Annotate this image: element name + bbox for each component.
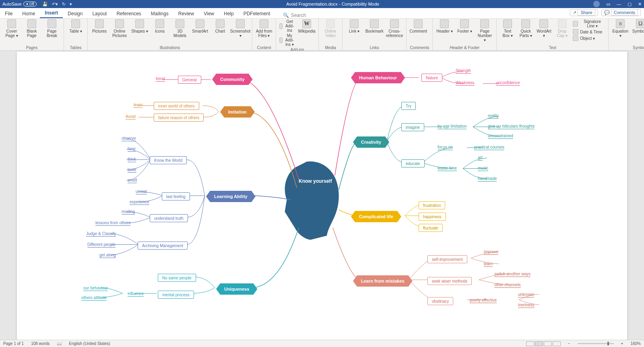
spellcheck-icon[interactable]: 📖 [57,341,62,346]
signature-line-button[interactable]: Signature Line ▾ [573,19,605,28]
node-last-feeling: last feeling [162,192,190,200]
wikipedia-button[interactable]: WWikipedia [298,19,315,33]
link-button[interactable]: Link ▾ [346,19,363,33]
icons-button[interactable]: Icons [151,19,168,33]
share-button[interactable]: ↗ Share [570,9,598,16]
comment-button[interactable]: Comment [410,19,427,33]
shapes-button[interactable]: Shapes ▾ [131,19,148,33]
tab-home[interactable]: Home [17,9,40,18]
leaf-reality: reality [488,114,499,119]
ribbon-display-icon[interactable]: ▭ [606,2,610,7]
page-break-button[interactable]: Page Break [43,19,60,38]
user-avatar-icon[interactable] [593,1,600,7]
get-addins-button[interactable]: Get Add-ins [279,19,295,33]
leaf-learn2: learn [484,262,493,267]
tab-view[interactable]: View [199,9,219,18]
object-button[interactable]: Object ▾ [573,35,605,41]
zoom-slider[interactable] [578,343,614,344]
tab-insert[interactable]: Insert [40,8,63,18]
tab-help[interactable]: Help [219,9,239,18]
leaf-our-behaviour: our behaviour [83,286,108,291]
tab-mailings[interactable]: Mailings [146,9,173,18]
autosave-toggle[interactable]: ● Off [23,2,37,6]
node-human: Human Behaviour [351,72,405,83]
leaf-unknown: unknown [518,292,534,297]
date-time-button[interactable]: Date & Time [573,29,605,35]
leaf-music: music [478,166,488,171]
redo-icon[interactable]: ↻ [62,2,66,7]
smartart-button[interactable]: SmartArt [192,19,208,33]
tab-design[interactable]: Design [63,9,87,18]
undo-icon[interactable]: ↶▾ [52,2,58,7]
cover-page-button[interactable]: Cover Page ▾ [3,19,20,38]
pictures-button[interactable]: Pictures [91,19,108,33]
text-box-button[interactable]: Text Box ▾ [500,19,515,38]
status-words[interactable]: 108 words [31,341,50,346]
my-addins-button[interactable]: My Add-ins ▾ [279,33,295,47]
tab-references[interactable]: References [111,9,146,18]
save-icon[interactable]: 💾 [42,2,48,7]
screenshot-button[interactable]: Screenshot ▾ [232,19,249,38]
status-language[interactable]: English (United States) [69,341,110,346]
leaf-byage: by age limitation [438,124,466,129]
minimize-icon[interactable]: — [617,2,621,6]
blank-page-button[interactable]: Blank Page [23,19,40,38]
node-inner: inner world of others [154,102,199,110]
3d-models-button[interactable]: 3D Models [171,19,188,38]
zoom-in-button[interactable]: + [621,341,623,346]
tab-pdfelement[interactable]: PDFelement [239,9,275,18]
leaf-taste: taste [128,167,136,173]
tab-file[interactable]: File [0,9,17,18]
ribbon: Cover Page ▾ Blank Page Page Break Pages… [0,19,644,51]
quick-parts-button[interactable]: Quick Parts ▾ [518,19,533,38]
footer-button[interactable]: Footer ▾ [456,19,473,33]
leaf-trend: trend [156,76,165,82]
node-general: General [178,76,201,84]
comments-button[interactable]: 💬 Comments [601,9,641,16]
tab-review[interactable]: Review [173,9,199,18]
online-pictures-button[interactable]: Online Pictures [111,19,128,38]
page-number-button[interactable]: Page Number ▾ [476,19,493,42]
node-uniqueness: Uniqueness [216,283,257,295]
tab-layout[interactable]: Layout [87,9,111,18]
zoom-out-button[interactable]: − [568,341,570,346]
status-page[interactable]: Page 1 of 1 [3,341,24,346]
node-imitation: Imitation [220,106,255,118]
document-area[interactable]: Know yourself Community General trend Im… [0,51,644,340]
tell-me-search[interactable]: 🔍Search [283,12,306,18]
table-button[interactable]: Table ▾ [67,19,84,33]
leaf-smell: smell [128,178,137,183]
equation-button[interactable]: πEquation ▾ [612,19,629,38]
node-seek: seek wiser methods [427,277,472,285]
node-educate: educate [401,159,425,167]
add-from-files-button[interactable]: Add from Files ▾ [256,19,272,38]
group-links: Links [346,45,403,50]
status-bar: Page 1 of 1 108 words 📖 English (United … [0,340,644,347]
wordart-button[interactable]: WordArt ▾ [537,19,551,38]
maximize-icon[interactable]: ▢ [627,2,632,7]
leaf-reading: reading [122,209,135,215]
leaf-others-attitude: others attitude [81,295,107,301]
leaf-think: think [128,157,136,162]
node-understand: understand truth [150,214,188,222]
symbol-button[interactable]: ΩSymbol ▾ [632,19,644,33]
group-header-footer: Header & Footer [436,45,493,50]
online-video-button: Online Video [322,19,339,38]
zoom-level[interactable]: 160% [630,341,641,346]
header-button[interactable]: Header ▾ [436,19,453,33]
group-media: Media [322,45,339,50]
node-mental: mental process [158,291,194,299]
close-icon[interactable]: ✕ [638,2,642,7]
leaf-hear: hear [128,147,136,152]
view-buttons[interactable] [526,341,561,346]
leaf-poorly: poorly effective [470,298,497,303]
leaf-avoid: Avoid [126,114,136,120]
cross-reference-button[interactable]: Cross-reference [386,19,403,38]
group-comments: Comments [410,45,429,50]
leaf-learn: learn [134,103,142,108]
leaf-channels: other channels [494,283,521,288]
qat-more-icon[interactable]: ▾ [70,2,72,7]
node-self-improve: self-improvement [427,255,467,263]
bookmark-button[interactable]: Bookmark [366,19,383,33]
chart-button[interactable]: Chart [212,19,229,33]
